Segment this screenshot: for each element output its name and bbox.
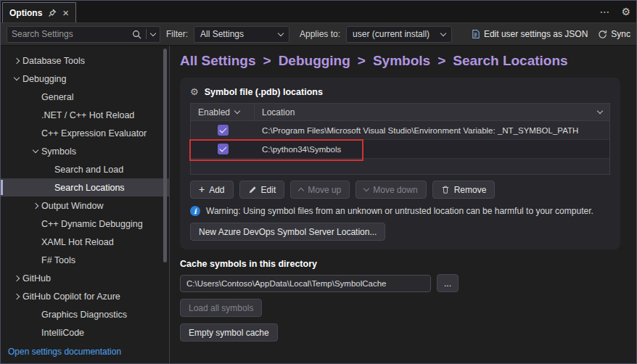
settings-main-pane: All Settings > Debugging > Symbols > Sea… [170, 46, 636, 363]
settings-tree-sidebar: Database Tools Debugging General .NET / … [1, 46, 170, 363]
table-button-row: + Add Edit Move up Move down [190, 181, 610, 199]
filter-value: All Settings [200, 29, 244, 39]
cache-directory-input[interactable] [180, 275, 431, 292]
overflow-menu-icon[interactable]: ⋯ [599, 7, 609, 17]
breadcrumb-separator: > [263, 53, 271, 69]
pin-icon[interactable] [48, 9, 57, 17]
sync-label: Sync [611, 29, 630, 39]
json-file-icon [471, 29, 480, 39]
gear-icon[interactable]: ⚙ [621, 7, 630, 17]
chevron-down-icon [598, 111, 602, 113]
sidebar-item-search-locations[interactable]: Search Locations [1, 178, 169, 197]
filter-dropdown[interactable]: All Settings [194, 26, 289, 43]
chevron-up-icon [299, 186, 303, 193]
empty-symbol-cache-button[interactable]: Empty symbol cache [180, 323, 278, 342]
edit-json-button[interactable]: Edit user settings as JSON [471, 29, 588, 39]
sync-button[interactable]: Sync [598, 29, 630, 39]
search-settings-box [7, 26, 160, 43]
sidebar-item-search-and-load[interactable]: Search and Load [1, 160, 169, 178]
empty-table-area [191, 159, 609, 174]
settings-toolbar: Filter: All Settings Applies to: user (c… [1, 22, 636, 46]
breadcrumb-symbols: Symbols [373, 53, 430, 69]
location-cell: C:\python34\Symbols [255, 145, 609, 154]
scrollbar-thumb[interactable] [163, 49, 167, 262]
sidebar-item-general[interactable]: General [1, 88, 169, 106]
title-bar: Options × ⋯ ⚙ [1, 1, 636, 22]
sidebar-item-xaml-hot-reload[interactable]: XAML Hot Reload [1, 233, 169, 251]
browse-button[interactable]: ... [437, 274, 459, 292]
applies-to-value: user (current install) [353, 29, 430, 39]
sidebar-item-database-tools[interactable]: Database Tools [1, 51, 169, 70]
column-header-location[interactable]: Location [255, 104, 609, 120]
search-options-chevron-icon[interactable] [151, 33, 155, 36]
breadcrumb-separator: > [437, 53, 445, 69]
setting-gear-icon: ⚙ [190, 86, 199, 97]
close-icon[interactable]: × [62, 7, 69, 18]
trash-icon [441, 185, 450, 194]
edit-json-label: Edit user settings as JSON [484, 29, 588, 39]
load-all-symbols-button[interactable]: Load all symbols [180, 299, 262, 317]
remove-button[interactable]: Remove [432, 181, 496, 199]
options-window: Options × ⋯ ⚙ Filter: All Settings Appli… [0, 0, 637, 364]
checkbox-checked[interactable] [218, 125, 229, 136]
move-up-button[interactable]: Move up [290, 181, 350, 199]
chevron-right-icon [30, 204, 41, 208]
divider [146, 29, 147, 39]
chevron-right-icon [11, 294, 22, 299]
tab-title: Options [9, 8, 42, 18]
sync-icon [598, 30, 607, 39]
warning-row: i Warning: Using symbol files from an un… [190, 206, 610, 216]
table-row[interactable]: C:\Program Files\Microsoft Visual Studio… [191, 121, 609, 140]
sidebar-item-intellicode[interactable]: IntelliCode [1, 323, 169, 342]
info-icon: i [190, 206, 200, 216]
plus-icon: + [199, 184, 205, 194]
add-button[interactable]: + Add [190, 181, 234, 199]
breadcrumb: All Settings > Debugging > Symbols > Sea… [180, 53, 620, 69]
breadcrumb-all-settings: All Settings [180, 53, 256, 69]
new-azure-devops-symbol-server-button[interactable]: New Azure DevOps Symbol Server Location.… [190, 223, 385, 241]
sidebar-item-symbols[interactable]: Symbols [1, 142, 169, 160]
edit-button[interactable]: Edit [239, 181, 285, 199]
chevron-down-icon [30, 150, 41, 152]
warning-text: Warning: Using symbol files from an unkn… [206, 206, 593, 216]
breadcrumb-search-locations: Search Locations [453, 53, 567, 69]
sidebar-item-dotnet-cpp-hot-reload[interactable]: .NET / C++ Hot Reload [1, 106, 169, 124]
breadcrumb-separator: > [358, 53, 366, 69]
sidebar-item-github-copilot-for-azure[interactable]: GitHub Copilot for Azure [1, 287, 169, 305]
sidebar-item-cpp-expression-evaluator[interactable]: C++ Expression Evaluator [1, 124, 169, 142]
column-header-enabled[interactable]: Enabled [191, 104, 255, 120]
chevron-right-icon [11, 276, 22, 281]
chevron-down-icon [235, 111, 239, 113]
sidebar-item-graphics-diagnostics[interactable]: Graphics Diagnostics [1, 305, 169, 323]
sidebar-item-github[interactable]: GitHub [1, 269, 169, 287]
chevron-down-icon [441, 33, 445, 36]
location-cell: C:\Program Files\Microsoft Visual Studio… [255, 126, 609, 135]
cache-section-title: Cache symbols in this directory [180, 259, 620, 269]
table-row[interactable]: C:\python34\Symbols [191, 140, 609, 159]
symbol-locations-table: Enabled Location C:\Program Files\Micros… [190, 103, 610, 175]
cache-path-row: ... [180, 274, 620, 292]
chevron-down-icon [11, 78, 22, 80]
sidebar-item-output-window[interactable]: Output Window [1, 197, 169, 215]
open-settings-documentation-link[interactable]: Open settings documentation [8, 347, 121, 357]
applies-to-dropdown[interactable]: user (current install) [346, 26, 452, 43]
options-tab[interactable]: Options × [2, 2, 76, 22]
move-down-button[interactable]: Move down [356, 181, 426, 199]
breadcrumb-debugging: Debugging [279, 53, 350, 69]
chevron-down-icon [364, 189, 369, 191]
search-input[interactable] [12, 29, 128, 39]
filter-label: Filter: [166, 29, 188, 39]
checkbox-checked[interactable] [218, 144, 229, 154]
sidebar-item-debugging[interactable]: Debugging [1, 70, 169, 88]
applies-to-label: Applies to: [300, 29, 340, 39]
chevron-down-icon [279, 33, 283, 36]
pencil-icon [248, 186, 257, 194]
sidebar-item-cpp-dynamic-debugging[interactable]: C++ Dynamic Debugging [1, 215, 169, 233]
symbol-locations-panel: ⚙ Symbol file (.pdb) locations Enabled L… [180, 78, 620, 249]
sidebar-item-fsharp-tools[interactable]: F# Tools [1, 251, 169, 269]
search-icon[interactable] [132, 30, 141, 39]
sidebar-scrollbar[interactable] [162, 47, 168, 362]
panel-title: Symbol file (.pdb) locations [205, 87, 323, 97]
chevron-right-icon [11, 59, 22, 63]
